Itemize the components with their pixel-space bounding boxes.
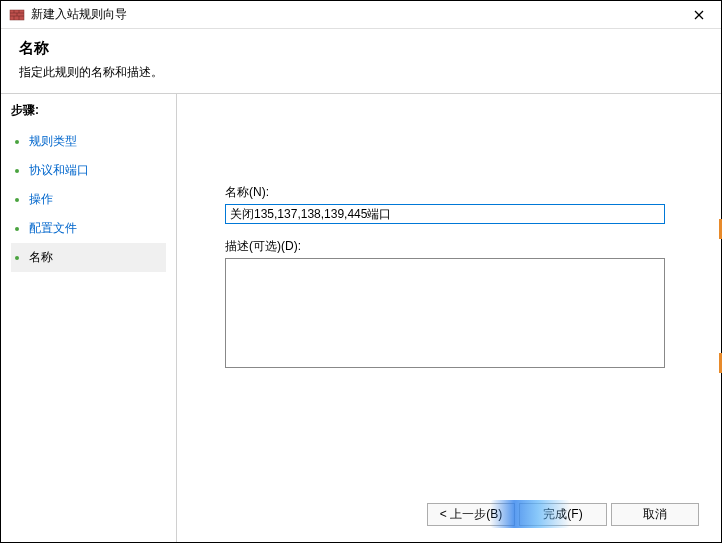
step-label: 协议和端口: [29, 162, 89, 179]
bullet-icon: [13, 254, 21, 262]
close-icon: [694, 10, 704, 20]
bullet-icon: [13, 167, 21, 175]
step-rule-type[interactable]: 规则类型: [11, 127, 166, 156]
wizard-main: 名称(N): 描述(可选)(D): < 上一步(B) 完成(F) 取消: [176, 93, 721, 542]
step-label: 名称: [29, 249, 53, 266]
steps-sidebar: 步骤: 规则类型 协议和端口: [1, 93, 176, 542]
bullet-icon: [13, 196, 21, 204]
close-button[interactable]: [685, 1, 713, 29]
window-title: 新建入站规则向导: [31, 6, 685, 23]
svg-point-10: [15, 140, 19, 144]
bullet-icon: [13, 138, 21, 146]
titlebar: 新建入站规则向导: [1, 1, 721, 29]
step-label: 操作: [29, 191, 53, 208]
page-title: 名称: [19, 39, 703, 58]
steps-list: 规则类型 协议和端口 操作: [11, 127, 166, 272]
step-action[interactable]: 操作: [11, 185, 166, 214]
bullet-icon: [13, 225, 21, 233]
step-label: 配置文件: [29, 220, 77, 237]
desc-input[interactable]: [225, 258, 665, 368]
svg-point-11: [15, 169, 19, 173]
wizard-window: 新建入站规则向导 名称 指定此规则的名称和描述。 步骤: 规则类型: [0, 0, 722, 543]
cancel-button[interactable]: 取消: [611, 503, 699, 526]
step-label: 规则类型: [29, 133, 77, 150]
step-protocol-ports[interactable]: 协议和端口: [11, 156, 166, 185]
step-profile[interactable]: 配置文件: [11, 214, 166, 243]
svg-point-14: [15, 256, 19, 260]
step-name[interactable]: 名称: [11, 243, 166, 272]
finish-button[interactable]: 完成(F): [519, 503, 607, 526]
wizard-body: 步骤: 规则类型 协议和端口: [1, 93, 721, 542]
desc-field-row: 描述(可选)(D):: [225, 238, 691, 371]
desc-label: 描述(可选)(D):: [225, 238, 691, 255]
page-subtitle: 指定此规则的名称和描述。: [19, 64, 703, 81]
name-field-row: 名称(N):: [225, 184, 691, 224]
steps-heading: 步骤:: [11, 102, 166, 119]
back-button[interactable]: < 上一步(B): [427, 503, 515, 526]
name-input[interactable]: [225, 204, 665, 224]
svg-point-13: [15, 227, 19, 231]
name-label: 名称(N):: [225, 184, 691, 201]
wizard-header: 名称 指定此规则的名称和描述。: [1, 29, 721, 93]
svg-point-12: [15, 198, 19, 202]
wizard-footer: < 上一步(B) 完成(F) 取消: [427, 503, 699, 526]
firewall-icon: [9, 7, 25, 23]
